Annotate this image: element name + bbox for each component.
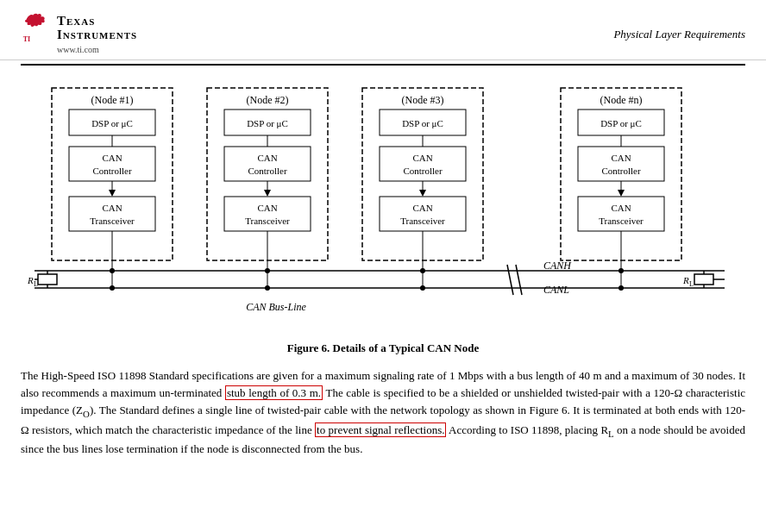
svg-text:CAN: CAN — [412, 153, 432, 163]
svg-rect-19 — [224, 147, 311, 181]
svg-text:(Node #2): (Node #2) — [247, 94, 289, 106]
logo-area: TI Texas Instruments www.ti.com — [21, 12, 137, 54]
svg-text:CAN: CAN — [257, 203, 277, 213]
logo-url: www.ti.com — [57, 45, 99, 54]
logo-instruments-text: Instruments — [57, 28, 137, 42]
svg-rect-50 — [578, 197, 664, 231]
section-title: Physical Layer Requirements — [613, 12, 745, 41]
svg-text:CANL: CANL — [543, 284, 569, 296]
svg-text:DSP or μC: DSP or μC — [247, 118, 288, 128]
svg-text:Transceiver: Transceiver — [400, 216, 445, 226]
svg-line-56 — [507, 265, 513, 295]
header-divider — [21, 64, 745, 66]
svg-text:(Node #3): (Node #3) — [402, 94, 444, 106]
figure-caption: Figure 6. Details of a Typical CAN Node — [0, 341, 766, 355]
svg-marker-36 — [419, 190, 426, 197]
svg-point-64 — [110, 285, 115, 291]
svg-text:Transceiver: Transceiver — [245, 216, 290, 226]
svg-text:R: R — [682, 275, 689, 285]
svg-text:CAN Bus-Line: CAN Bus-Line — [246, 301, 306, 313]
svg-point-72 — [420, 285, 425, 291]
header: TI Texas Instruments www.ti.com Physical… — [0, 0, 766, 60]
body-text: The High-Speed ISO 11898 Standard specif… — [21, 367, 745, 458]
svg-rect-24 — [224, 197, 311, 231]
svg-text:CAN: CAN — [102, 203, 122, 213]
svg-text:Controller: Controller — [403, 166, 443, 176]
can-diagram: (Node #1) DSP or μC CAN Controller CAN T… — [26, 79, 733, 329]
svg-text:CAN: CAN — [412, 203, 432, 213]
svg-text:R: R — [27, 275, 34, 285]
svg-text:L: L — [689, 280, 694, 288]
svg-text:Controller: Controller — [92, 166, 132, 176]
svg-text:DSP or μC: DSP or μC — [91, 118, 133, 128]
svg-marker-49 — [618, 190, 625, 197]
svg-line-57 — [516, 265, 522, 295]
svg-rect-11 — [69, 197, 155, 231]
svg-text:(Node #1): (Node #1) — [91, 94, 134, 106]
svg-rect-79 — [38, 274, 57, 285]
svg-marker-23 — [264, 190, 271, 197]
logo-ti: TI Texas Instruments — [21, 12, 137, 43]
svg-text:Transceiver: Transceiver — [90, 216, 135, 226]
svg-point-68 — [265, 285, 270, 291]
svg-rect-37 — [380, 197, 466, 231]
svg-rect-6 — [69, 147, 155, 181]
logo-texas-text: Texas — [57, 14, 137, 28]
page: TI Texas Instruments www.ti.com Physical… — [0, 0, 766, 532]
svg-text:CAN: CAN — [102, 153, 122, 163]
diagram-container: (Node #1) DSP or μC CAN Controller CAN T… — [26, 79, 740, 333]
svg-text:CAN: CAN — [611, 203, 631, 213]
svg-text:Controller: Controller — [601, 166, 641, 176]
svg-rect-84 — [694, 274, 713, 285]
svg-text:(Node #n): (Node #n) — [600, 94, 643, 106]
svg-text:CAN: CAN — [611, 153, 631, 163]
svg-rect-32 — [380, 147, 466, 181]
svg-marker-10 — [109, 190, 116, 197]
svg-text:Controller: Controller — [248, 166, 287, 176]
highlight-stub-length: stub length of 0.3 m. — [225, 385, 323, 400]
svg-text:DSP or μC: DSP or μC — [402, 118, 443, 128]
ti-logo-icon: TI — [21, 12, 52, 43]
highlight-signal-reflections: to prevent signal reflections. — [315, 422, 446, 437]
svg-rect-45 — [578, 147, 664, 181]
svg-text:CANH: CANH — [543, 260, 572, 272]
svg-point-76 — [618, 285, 624, 291]
svg-text:Transceiver: Transceiver — [599, 216, 644, 226]
svg-text:TI: TI — [23, 35, 31, 43]
logo-text: Texas Instruments — [57, 14, 137, 42]
svg-text:CAN: CAN — [257, 153, 277, 163]
svg-text:DSP or μC: DSP or μC — [600, 118, 642, 128]
